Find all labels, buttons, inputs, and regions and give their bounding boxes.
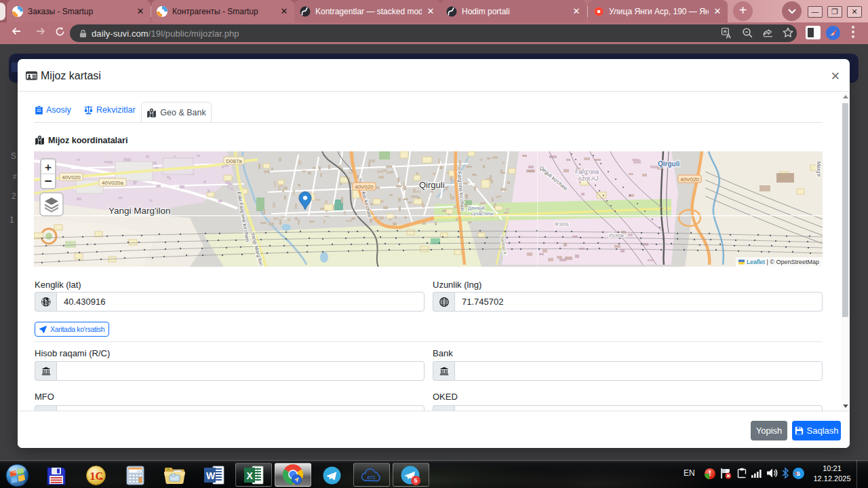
- svg-text:1С: 1С: [90, 470, 104, 482]
- svg-text:ФЭХБ: ФЭХБ: [555, 221, 569, 227]
- svg-text:Farg'ona: Farg'ona: [575, 168, 599, 175]
- svg-text:Qirguli: Qirguli: [419, 180, 445, 190]
- svg-text:X: X: [247, 470, 254, 481]
- svg-text:D087a: D087a: [226, 158, 242, 164]
- svg-text:Исхож: Исхож: [609, 232, 624, 238]
- svg-text:Yangi Marg'ilon: Yangi Marg'ilon: [108, 206, 171, 216]
- svg-text:Дачный: Дачный: [468, 206, 485, 211]
- svg-text:Marg'il: Marg'il: [816, 162, 822, 176]
- svg-text:Azot AJ: Azot AJ: [578, 175, 599, 182]
- svg-text:Qirguli: Qirguli: [658, 160, 679, 168]
- svg-text:40V020: 40V020: [62, 174, 81, 181]
- svg-text:+: +: [45, 161, 52, 174]
- svg-text:40V020: 40V020: [680, 176, 699, 183]
- svg-text:40V020a: 40V020a: [102, 180, 124, 186]
- svg-text:Leaflet | © OpenStreetMap: Leaflet | © OpenStreetMap: [747, 259, 819, 265]
- svg-text:−: −: [44, 174, 52, 188]
- svg-text:АТС: АТС: [367, 475, 376, 480]
- svg-text:W: W: [206, 470, 216, 481]
- svg-text:40V020: 40V020: [355, 184, 374, 190]
- svg-text:участкны: участкны: [473, 211, 494, 217]
